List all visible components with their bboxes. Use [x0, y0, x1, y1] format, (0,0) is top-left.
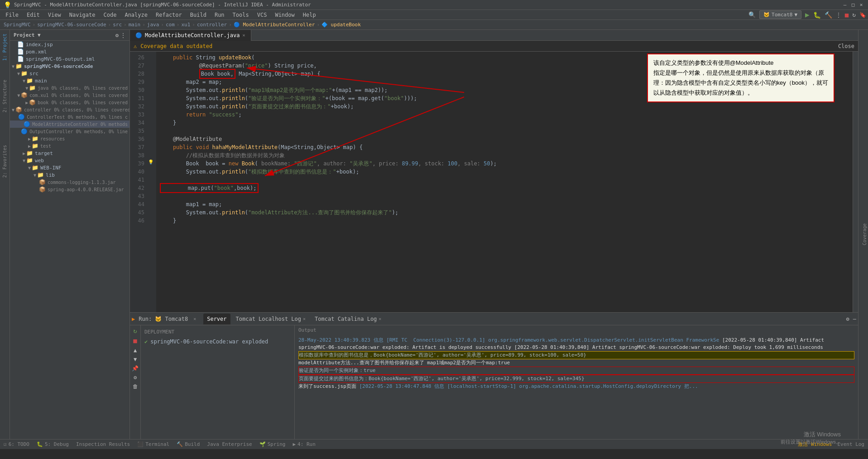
tree-item-pomxml[interactable]: 📄 pom.xml [10, 48, 129, 55]
tree-item-web[interactable]: ▼ 📁 web [10, 157, 129, 164]
menu-window[interactable]: Window [271, 11, 298, 19]
status-run[interactable]: ▶ 4: Run [293, 441, 315, 447]
status-java-enterprise[interactable]: Java Enterprise [207, 441, 252, 447]
close-button[interactable]: ✕ [858, 2, 864, 8]
coverage-warning-text: Coverage data outdated [140, 43, 212, 49]
status-event-log[interactable]: Event Log [837, 441, 864, 448]
coverage-tab[interactable]: Coverage [861, 222, 868, 247]
status-build[interactable]: 🔨 Build [177, 441, 200, 447]
coverage-close-button[interactable]: Close [838, 43, 854, 49]
tree-item-main[interactable]: ▼ 📁 main [10, 77, 129, 84]
tab-close-catalina[interactable]: ✕ [379, 316, 381, 321]
build-icon[interactable]: 🔨 [825, 11, 832, 19]
file-icon: 📄 [17, 41, 24, 48]
code-line-41 [160, 176, 849, 184]
tab-tomcat-log[interactable]: Tomcat Localhost Log ✕ [232, 314, 310, 324]
tree-item-com[interactable]: ▼ 📦 com.xu1 0% classes, 0% lines covered [10, 92, 129, 99]
menu-view[interactable]: View [44, 11, 65, 19]
tree-item-springaop[interactable]: 📦 spring-aop-4.0.0.RELEASE.jar [10, 186, 129, 193]
favorites-tab[interactable]: 2: Favorites [1, 143, 8, 179]
menu-tools[interactable]: Tools [229, 11, 253, 19]
tree-item-src[interactable]: ▼ 📁 src [10, 70, 129, 77]
search-icon[interactable]: 🔍 [748, 11, 756, 18]
structure-tab[interactable]: 2: Structure [1, 78, 8, 114]
tab-catalina-log[interactable]: Tomcat Catalina Log ✕ [311, 314, 385, 324]
tree-item-controllertest[interactable]: 🔵 ControllerTest 0% methods, 0% lines c [10, 113, 129, 121]
tree-item-resources[interactable]: ▶ 📁 resources [10, 135, 129, 142]
run-icon[interactable]: ▶ [805, 10, 810, 19]
tree-item-lib[interactable]: ▼ 📁 lib [10, 171, 129, 179]
tree-item-test[interactable]: ▶ 📁 test [10, 142, 129, 150]
code-line-40: System.out.println("模拟数据库中查到的图书信息是："+boo… [160, 168, 849, 176]
bookmark-icon[interactable]: 🔖 [859, 12, 866, 18]
breadcrumb-sourcecode[interactable]: springMVC-06-sourceCode [37, 22, 106, 28]
breadcrumb-controller[interactable]: controller [197, 22, 227, 28]
tree-item-indexjsp[interactable]: 📄 index.jsp [10, 41, 129, 48]
breadcrumb-com[interactable]: com [166, 22, 175, 28]
output-line-5: modelAttribute方法...查询了图书并给你保存起来了 [298, 360, 424, 366]
menu-run[interactable]: Run [211, 11, 228, 19]
tree-item-java[interactable]: ▼ 📁 java 0% classes, 0% lines covered [10, 84, 129, 92]
tab-close-icon[interactable]: ✕ [243, 33, 245, 38]
minimize-button[interactable]: — [842, 2, 848, 8]
tree-item-iml[interactable]: 📄 springMVC-05-output.iml [10, 55, 129, 63]
breadcrumb-java[interactable]: java [147, 22, 159, 28]
breadcrumb-src[interactable]: src [113, 22, 122, 28]
pin-icon[interactable]: 📌 [132, 365, 139, 372]
menu-file[interactable]: File [2, 11, 22, 19]
status-spring[interactable]: 🌱 Spring [259, 441, 286, 447]
tree-item-commons[interactable]: 📦 commons-logging-1.1.3.jar [10, 179, 129, 186]
status-inspection[interactable]: Inspection Results [76, 441, 130, 447]
tree-item-webinf[interactable]: ▼ 📁 WEB-INF [10, 164, 129, 171]
menu-help[interactable]: Help [299, 11, 320, 19]
status-debug[interactable]: 🐛 5: Debug [37, 441, 69, 447]
more-icon[interactable]: ⋮ [836, 12, 841, 18]
stop-icon[interactable]: ■ [845, 11, 849, 19]
debug-icon[interactable]: 🐛 [813, 11, 821, 19]
menu-navigate[interactable]: Navigate [66, 11, 99, 19]
tomcat-dropdown[interactable]: 🐱 Tomcat8 ▼ [759, 10, 801, 19]
tab-modelattr[interactable]: 🔵 ModelAttributeController.java ✕ [130, 30, 251, 41]
code-content[interactable]: public String updateBook( @RequestParam(… [156, 52, 853, 312]
tree-item-sourcecode[interactable]: ▼ 📁 springMVC-06-sourceCode [10, 63, 129, 70]
tree-item-target[interactable]: ▶ 📁 target [10, 150, 129, 157]
tree-item-outputcontroller[interactable]: 🔵 OutputController 0% methods, 0% line [10, 128, 129, 135]
maximize-button[interactable]: □ [850, 2, 856, 8]
update-icon[interactable]: ↻ [852, 11, 856, 18]
menu-build[interactable]: Build [187, 11, 210, 19]
restart-icon[interactable]: ↻ [133, 327, 137, 334]
menu-code[interactable]: Code [100, 11, 120, 19]
sidebar-header: Project ▼ ⚙ ⋮ [10, 30, 129, 41]
trash-icon[interactable]: 🗑 [133, 383, 138, 390]
scroll-down-icon[interactable]: ▼ [134, 356, 137, 362]
tree-item-book[interactable]: ▶ 📦 book 0% classes, 0% lines covered [10, 99, 129, 106]
menu-edit[interactable]: Edit [23, 11, 43, 19]
panel-settings-button[interactable]: ⚙ [846, 316, 849, 322]
breadcrumb-class[interactable]: 🔵 ModelAttributeController [234, 22, 315, 28]
tree-item-controller[interactable]: ▼ 📦 controller 0% classes, 0% lines cove… [10, 106, 129, 113]
breadcrumb-springmvc[interactable]: SpringMVC [4, 22, 31, 28]
scroll-up-icon[interactable]: ▲ [134, 347, 137, 353]
tab-close-run[interactable]: ✕ [193, 316, 196, 321]
left-vtabs: 1: Project 2: Structure 2: Favorites [0, 30, 10, 439]
panel-minimize-button[interactable]: — [853, 316, 856, 322]
status-terminal[interactable]: ⬛ Terminal [137, 441, 169, 447]
tab-server[interactable]: Server [203, 314, 230, 324]
breadcrumb-xu1[interactable]: xu1 [181, 22, 190, 28]
tree-item-modelattr[interactable]: 🔵 ModelAttributeController 0% methods [10, 121, 129, 128]
output-content[interactable]: 28-May-2022 13:40:39.823 信息 [RMI TC Conn… [295, 335, 858, 439]
sidebar-gear-icon[interactable]: ⋮ [120, 32, 126, 39]
menu-refactor[interactable]: Refactor [152, 11, 186, 19]
stop-icon[interactable]: ■ [133, 337, 137, 344]
folder-icon: 📁 [21, 70, 28, 77]
breadcrumb-main[interactable]: main [129, 22, 141, 28]
right-tabs: Coverage [858, 30, 868, 439]
status-todo[interactable]: ☑ 6: TODO [4, 441, 29, 447]
tab-close-tomcat[interactable]: ✕ [303, 316, 306, 321]
menu-vcs[interactable]: VCS [254, 11, 271, 19]
sidebar-settings-icon[interactable]: ⚙ [115, 32, 119, 39]
menu-analyze[interactable]: Analyze [121, 11, 151, 19]
settings2-icon[interactable]: ⚙ [134, 374, 137, 381]
breadcrumb-method[interactable]: 🔷 updateBook [321, 22, 361, 28]
project-tab[interactable]: 1: Project [1, 32, 8, 63]
